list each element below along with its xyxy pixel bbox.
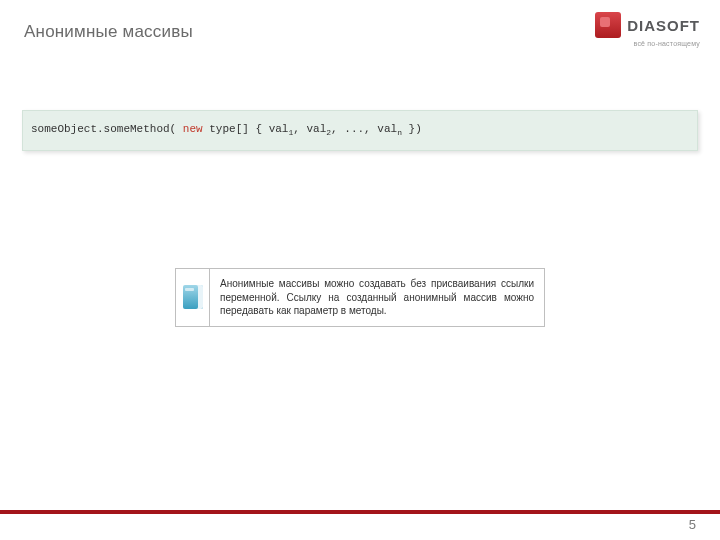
note-text: Анонимные массивы можно создавать без пр… (210, 269, 544, 326)
brand-tagline: всё по-настоящему (634, 40, 700, 47)
note-icon-cell (176, 269, 210, 326)
code-text: , ..., val (331, 123, 397, 135)
code-text: , val (293, 123, 326, 135)
slide: Анонимные массивы DIASOFT всё по-настоящ… (0, 0, 720, 540)
info-note: Анонимные массивы можно создавать без пр… (175, 268, 545, 327)
code-example: someObject.someMethod( new type[] { val1… (22, 110, 698, 151)
book-icon (183, 285, 203, 309)
code-text: someObject.someMethod( (31, 123, 183, 135)
page-title: Анонимные массивы (24, 22, 193, 42)
brand-logo-icon (595, 12, 621, 38)
page-number: 5 (689, 517, 696, 532)
brand-name: DIASOFT (627, 17, 700, 34)
footer-divider (0, 510, 720, 514)
brand-logo: DIASOFT (595, 12, 700, 38)
code-text: type[] { val (203, 123, 289, 135)
keyword-new: new (183, 123, 203, 135)
code-text: }) (402, 123, 422, 135)
